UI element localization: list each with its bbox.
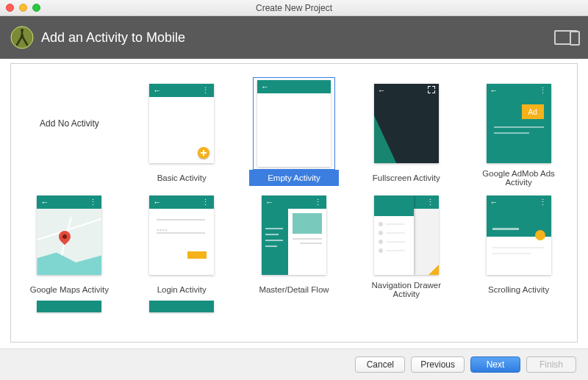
finish-button[interactable]: Finish (526, 356, 576, 373)
overflow-icon: ⋮ (89, 198, 98, 207)
template-empty-activity[interactable]: ← Empty Activity (243, 77, 345, 186)
previous-button[interactable]: Previous (411, 356, 465, 373)
fullscreen-icon (428, 86, 435, 93)
window-titlebar: Create New Project (0, 0, 588, 16)
template-label: Add No Activity (40, 118, 99, 129)
template-fullscreen-activity[interactable]: ← Fullscreen Activity (355, 77, 457, 186)
template-scrolling-activity[interactable]: ←⋮ Scrolling Activity (467, 189, 570, 298)
android-studio-icon (10, 26, 34, 49)
wizard-footer: Cancel Previous Next Finish (0, 349, 588, 380)
template-grid: Add No Activity ←⋮ Basic Activity ← Empt… (18, 77, 570, 312)
overflow-icon: ⋮ (201, 86, 210, 96)
template-label: Google Maps Activity (25, 282, 113, 298)
back-arrow-icon: ← (490, 198, 498, 207)
back-arrow-icon: ← (378, 87, 386, 95)
svg-point-3 (21, 35, 24, 37)
template-label: Navigation Drawer Activity (362, 282, 451, 298)
fab-icon (198, 147, 209, 159)
devices-icon (554, 30, 578, 45)
next-button[interactable]: Next (470, 356, 520, 373)
template-maps-activity[interactable]: ←⋮ Google Maps Activity (18, 189, 121, 298)
template-master-detail-flow[interactable]: ←⋮ Master/Detail Flow (243, 189, 345, 298)
template-label: Login Activity (137, 282, 226, 298)
content-area: Add No Activity ←⋮ Basic Activity ← Empt… (0, 59, 588, 349)
back-arrow-icon: ← (265, 198, 273, 207)
template-basic-activity[interactable]: ←⋮ Basic Activity (131, 77, 233, 186)
cancel-button[interactable]: Cancel (355, 356, 405, 373)
back-arrow-icon: ← (261, 83, 269, 91)
overflow-icon: ⋮ (539, 198, 548, 207)
back-arrow-icon: ← (490, 87, 498, 95)
overflow-icon: ⋮ (201, 198, 210, 207)
template-label: Basic Activity (137, 170, 226, 186)
fab-icon (535, 230, 545, 240)
wizard-header: Add an Activity to Mobile (0, 16, 588, 59)
template-row3-item-1[interactable] (18, 301, 121, 312)
template-panel: Add No Activity ←⋮ Basic Activity ← Empt… (10, 63, 578, 343)
template-label: Fullscreen Activity (362, 170, 451, 186)
template-label: Empty Activity (249, 170, 339, 186)
overflow-icon: ⋮ (314, 198, 323, 207)
template-label: Scrolling Activity (475, 282, 563, 298)
back-arrow-icon: ← (40, 198, 49, 207)
overflow-icon: ⋮ (539, 86, 548, 96)
template-label: Google AdMob Ads Activity (475, 170, 563, 186)
wizard-title: Add an Activity to Mobile (41, 30, 185, 46)
template-add-no-activity[interactable]: Add No Activity (18, 77, 121, 186)
template-row3-item-2[interactable] (131, 301, 233, 312)
overflow-icon: ⋮ (426, 198, 435, 207)
template-label: Master/Detail Flow (250, 282, 338, 298)
template-navigation-drawer-activity[interactable]: ⋮ Navigation Drawer Activity (355, 189, 457, 298)
template-login-activity[interactable]: ←⋮ •••• Login Activity (131, 189, 233, 298)
back-arrow-icon: ← (153, 198, 161, 207)
svg-point-2 (21, 29, 24, 32)
back-arrow-icon: ← (153, 87, 161, 95)
ad-badge: Ad (522, 104, 544, 119)
window-title: Create New Project (0, 3, 588, 13)
template-admob-activity[interactable]: ←⋮ Ad Google AdMob Ads Activity (467, 77, 570, 186)
